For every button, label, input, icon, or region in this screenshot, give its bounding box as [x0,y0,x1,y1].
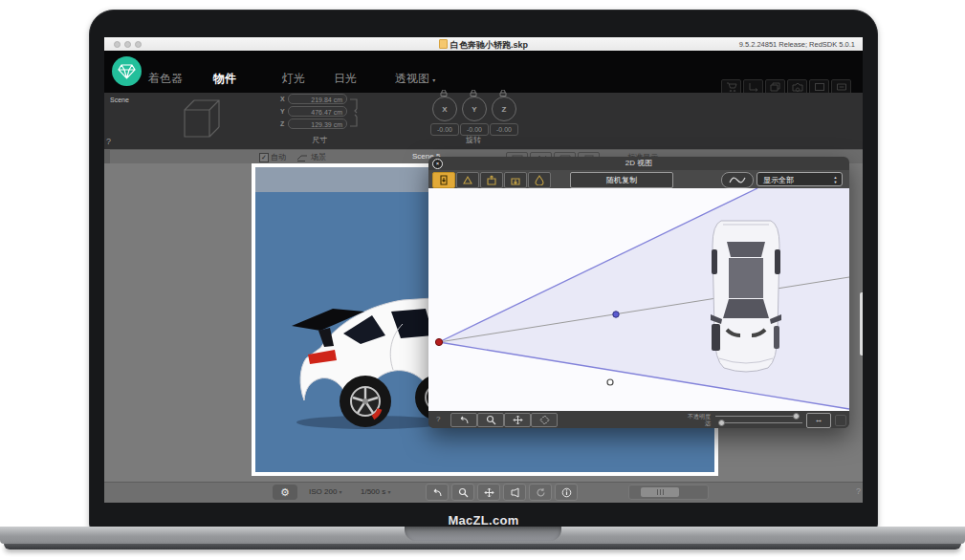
cone-view-button[interactable] [528,172,551,188]
version-info: 9.5.2.24851 Release; RedSDK 5.0.1 [739,40,855,49]
properties-help[interactable]: ? [106,137,111,146]
gem-icon [118,64,136,79]
droplet-icon [534,175,545,185]
bottom-help[interactable]: ? [856,486,861,496]
camera-apex[interactable] [435,338,442,345]
move-icon [513,415,523,425]
zoom-button[interactable] [477,413,504,427]
info-button[interactable] [555,484,578,501]
refresh-button[interactable] [529,484,552,501]
scene-label: Scene [110,97,129,103]
far-label: 远 [663,420,711,428]
size-caption: 尺寸 [291,135,348,145]
chevron-down-icon: ▾ [340,489,342,495]
page: 白色奔驰小轿跑.skp 9.5.2.24851 Release; RedSDK … [0,0,965,560]
scene-toggle-label[interactable]: 场景 [311,152,326,162]
copy-icon [770,82,781,92]
object-properties-panel: Scene ? ➔? X 219.84 cm Y 476.47 cm Z 129… [104,93,863,150]
car-model[interactable] [280,286,448,434]
car-top-view[interactable] [708,215,784,377]
exposure-button[interactable] [503,484,526,501]
pan-view-button[interactable] [477,484,500,501]
display-all-dropdown[interactable]: 显示全部 ▲▼ [757,172,843,186]
lock-y-icon[interactable] [470,90,477,97]
tab-lights[interactable]: 灯光 [282,71,305,87]
settings-button[interactable]: ⚙ [273,485,297,500]
tab-perspective[interactable]: 透视图 ▾ [395,71,435,87]
chevron-down-icon: ▾ [387,489,390,495]
shutter-control[interactable]: 1/500 s ▾ [361,487,391,496]
timeline-slider[interactable] [628,485,709,500]
link-dimensions-icon[interactable] [349,95,362,131]
rotate-x-dial[interactable]: X [432,97,457,121]
camera-frustum [428,188,849,411]
laptop-base [0,527,965,544]
bottom-toolbar: ⚙ ISO 200 ▾ 1/500 s ▾ [104,482,863,503]
chevron-down-icon: ▾ [432,77,435,83]
size-z-label: Z [280,120,284,127]
iso-control[interactable]: ISO 200 ▾ [309,487,342,496]
curve-button[interactable] [721,172,754,188]
size-z-field[interactable]: 129.39 cm [288,118,347,129]
laptop-lid: 白色奔驰小轿跑.skp 9.5.2.24851 Release; RedSDK … [89,10,878,533]
tab-sunlight[interactable]: 日光 [334,71,357,87]
target-handle[interactable] [613,312,619,317]
far-slider-knob[interactable] [718,420,725,426]
undo-view-button[interactable] [426,484,449,501]
size-y-label: Y [280,108,285,115]
rotate-z-dial[interactable]: Z [492,97,516,121]
crop-icon [814,82,825,92]
rotate-select-button[interactable] [531,413,558,427]
size-y-field[interactable]: 476.47 cm [288,106,347,117]
undo-icon [431,488,443,497]
box-down-button[interactable] [504,172,527,188]
scenes-icon [296,154,308,162]
timeline-slider-handle[interactable] [641,487,679,497]
right-scrollbar[interactable] [860,292,863,355]
twod-canvas[interactable] [428,188,849,411]
tent-view-button[interactable] [456,172,479,188]
undo-button[interactable] [450,413,477,427]
twod-view-window[interactable]: × 2D 视图 [428,157,849,428]
rotation-caption: 旋转 [445,135,502,145]
stepper-icon[interactable]: ▲▼ [830,174,841,184]
laptop-base-edge [4,544,961,549]
camera-down-icon [438,175,450,185]
cube-icon [173,93,229,146]
fit-extents-button[interactable]: ↔ [806,413,831,428]
opacity-slider[interactable] [715,416,800,417]
size-x-field[interactable]: 219.84 cm [288,94,347,104]
move-icon [484,487,494,498]
refresh-icon [536,487,546,498]
pan-button[interactable] [504,413,531,427]
info-icon [561,487,572,498]
auto-checkbox[interactable]: ✓ [259,153,269,162]
lock-x-icon[interactable] [440,90,448,97]
place-view-button[interactable] [432,172,455,188]
app-screen: 白色奔驰小轿跑.skp 9.5.2.24851 Release; RedSDK … [104,37,863,503]
random-copy-button[interactable]: 随机复制 [570,172,673,188]
size-x-label: X [280,96,285,102]
main-nav: 着色器 物件 灯光 日光 透视图 ▾ [104,51,863,93]
rotate-y-dial[interactable]: Y [462,97,487,121]
tab-object[interactable]: 物件 [213,71,236,87]
cart-icon [726,82,737,92]
rotate-icon [539,415,550,425]
tab-shader[interactable]: 着色器 [148,71,183,87]
laptop-notch [405,527,561,541]
far-slider[interactable] [718,422,802,423]
macos-titlebar: 白色奔驰小轿跑.skp 9.5.2.24851 Release; RedSDK … [104,37,863,52]
zoom-view-button[interactable] [451,484,474,501]
twod-toolbar: 随机复制 显示全部 ▲▼ [428,170,849,188]
box-up-button[interactable] [480,172,503,188]
box-up-icon [486,175,497,185]
free-point[interactable] [607,379,613,385]
axes-icon [748,82,759,92]
twod-help[interactable]: ? [436,415,440,423]
lock-z-icon[interactable] [499,90,507,97]
sine-wave-icon [729,176,746,184]
watermark: MacZL.com [90,513,877,528]
opacity-slider-knob[interactable] [793,413,800,420]
plugin-logo[interactable] [112,56,142,86]
twod-option-checkbox[interactable] [835,415,846,426]
